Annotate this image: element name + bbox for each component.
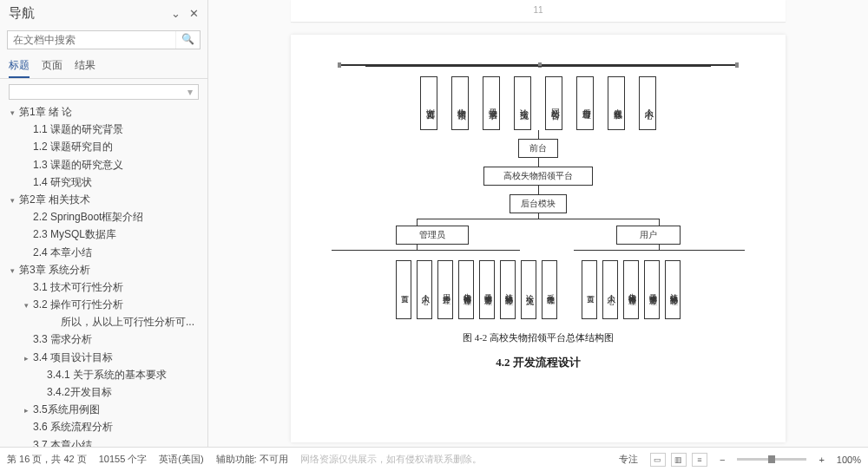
nav-tree-item[interactable]: ▸3.4 项目设计目标 (0, 349, 207, 366)
diagram-node: 寻物启事管理 (479, 260, 495, 319)
nav-tree-item[interactable]: 1.4 研究现状 (0, 173, 207, 191)
diagram-node: 论坛交流 (521, 260, 536, 319)
zoom-out[interactable]: − (720, 455, 725, 465)
nav-tree-item[interactable]: 3.4.2开发目标 (0, 383, 207, 401)
zoom-in[interactable]: + (819, 455, 824, 465)
search-icon[interactable]: 🔍 (175, 31, 200, 49)
zoom-level[interactable]: 100% (837, 455, 861, 465)
tab-headings[interactable]: 标题 (9, 58, 30, 78)
nav-tabs: 标题 页面 结果 (0, 53, 207, 79)
admin-label: 管理员 (396, 226, 469, 245)
diagram-node: 个人中心 (639, 76, 656, 130)
nav-tree-item[interactable]: 3.4.1 关于系统的基本要求 (0, 366, 207, 383)
chevron-down-icon[interactable]: ⌄ (171, 7, 181, 20)
diagram-node: 系统管理 (542, 260, 557, 319)
diagram-node: 寻物启事管理 (644, 260, 660, 319)
prev-page-tail: 11 (291, 0, 786, 23)
document-page: 浏览首页失物招领寻物启事论坛交流网站公告后台管理在线客服个人中心 前台 高校失物… (291, 35, 786, 442)
zoom-slider[interactable] (737, 458, 806, 461)
nav-tree-item[interactable]: 1.1 课题的研究背景 (0, 121, 207, 138)
nav-title: 导航 (9, 5, 35, 22)
status-bar: 第 16 页，共 42 页 10155 个字 英语(美国) 辅助功能: 不可用 … (0, 447, 868, 471)
nav-tree-item[interactable]: 3.6 系统流程分析 (0, 418, 207, 435)
nav-tree-item[interactable]: 2.4 本章小结 (0, 244, 207, 261)
nav-tree-item[interactable]: 3.1 技术可行性分析 (0, 278, 207, 296)
nav-tree: ▾第1章 绪 论1.1 课题的研究背景1.2 课题研究目的1.3 课题的研究意义… (0, 101, 207, 447)
nav-tree-item[interactable]: ▾3.2 操作可行性分析 (0, 296, 207, 313)
watermark-text: 网络资源仅供展示，如有侵权请联系删除。 (300, 453, 482, 466)
user-label: 用户 (616, 226, 681, 245)
document-area: 11 浏览首页失物招领寻物启事论坛交流网站公告后台管理在线客服个人中心 前台 (208, 0, 868, 447)
diagram-node: 首页 (582, 260, 597, 319)
org-chart-diagram: 浏览首页失物招领寻物启事论坛交流网站公告后台管理在线客服个人中心 前台 高校失物… (313, 64, 763, 319)
nav-tree-item[interactable]: 所以，从以上可行性分析可... (0, 313, 207, 330)
search-box: 🔍 (7, 30, 201, 49)
diagram-node: 寻物启事 (483, 76, 500, 130)
diagram-node: 在线客服 (608, 76, 625, 130)
section-heading: 4.2 开发流程设计 (313, 355, 763, 370)
nav-tree-item[interactable]: ▾第2章 相关技术 (0, 191, 207, 208)
diagram-node: 论坛交流 (514, 76, 531, 130)
focus-mode[interactable]: 专注 (619, 453, 638, 466)
navigation-pane: 导航 ⌄ ✕ 🔍 标题 页面 结果 ▾ ▾第1章 绪 论1.1 课题的研究背景1… (0, 0, 208, 447)
nav-filter-box[interactable]: ▾ (9, 84, 199, 100)
diagram-node: 用户管理 (437, 260, 453, 319)
search-input[interactable] (8, 31, 175, 49)
back-module-label: 后台模块 (510, 194, 567, 213)
diagram-node: 失物招领管理 (458, 260, 474, 319)
diagram-node: 首页 (396, 260, 411, 319)
view-print-icon[interactable]: ▥ (671, 453, 687, 467)
status-accessibility[interactable]: 辅助功能: 不可用 (216, 453, 288, 466)
nav-tree-item[interactable]: 2.2 SpringBoot框架介绍 (0, 208, 207, 226)
nav-tree-item[interactable]: 1.2 课题研究目的 (0, 138, 207, 155)
front-label: 前台 (518, 139, 558, 158)
status-lang[interactable]: 英语(美国) (159, 453, 203, 466)
status-words[interactable]: 10155 个字 (99, 453, 148, 466)
nav-tree-item[interactable]: ▾第1章 绪 论 (0, 103, 207, 121)
tab-results[interactable]: 结果 (75, 58, 95, 78)
status-page[interactable]: 第 16 页，共 42 页 (7, 453, 87, 466)
diagram-node: 后台管理 (576, 76, 594, 130)
diagram-node: 网站公告 (545, 76, 562, 130)
nav-tree-item[interactable]: 2.3 MySQL数据库 (0, 226, 207, 243)
diagram-node: 失物招领 (451, 76, 469, 130)
close-icon[interactable]: ✕ (189, 7, 199, 20)
diagram-node: 认领物品管理 (665, 260, 681, 319)
nav-tree-item[interactable]: ▾第3章 系统分析 (0, 261, 207, 278)
diagram-node: 个人中心 (417, 260, 432, 319)
view-read-icon[interactable]: ▭ (650, 453, 666, 467)
nav-tree-item[interactable]: 3.3 需求分析 (0, 330, 207, 348)
platform-label: 高校失物招领平台 (483, 167, 593, 186)
nav-tree-item[interactable]: 1.3 课题的研究意义 (0, 156, 207, 173)
diagram-node: 失物招领管理 (623, 260, 639, 319)
nav-tree-item[interactable]: ▸3.5系统用例图 (0, 401, 207, 418)
tab-pages[interactable]: 页面 (42, 58, 62, 78)
nav-tree-item[interactable]: 3.7 本章小结 (0, 436, 207, 447)
diagram-node: 个人中心 (602, 260, 618, 319)
diagram-node: 浏览首页 (420, 76, 437, 130)
figure-caption: 图 4-2 高校失物招领平台总体结构图 (313, 331, 763, 344)
diagram-node: 认领物品管理 (500, 260, 516, 319)
view-web-icon[interactable]: ≡ (692, 453, 707, 467)
